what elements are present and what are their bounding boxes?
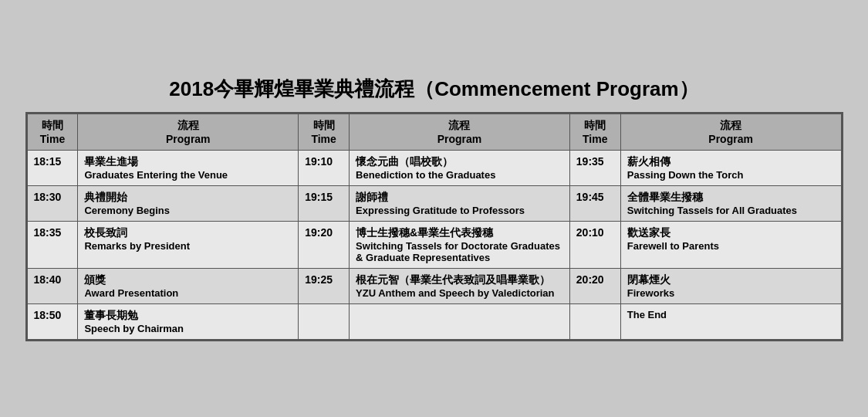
cell-r2-c0: 18:35	[27, 222, 78, 269]
table-row: 18:50董事長期勉Speech by ChairmanThe End	[27, 304, 841, 340]
cell-r4-c4	[569, 304, 620, 340]
cell-r4-c0: 18:50	[27, 304, 78, 340]
cell-r3-c3: 根在元智（畢業生代表致詞及唱畢業歌）YZU Anthem and Speech …	[350, 269, 570, 304]
header-time-1: 時間 Time	[27, 114, 78, 151]
cell-r2-c4: 20:10	[569, 222, 620, 269]
header-program-1: 流程 Program	[78, 114, 299, 151]
table-row: 18:40頒獎Award Presentation19:25根在元智（畢業生代表…	[27, 269, 841, 304]
cell-r4-c5: The End	[620, 304, 841, 340]
cell-r2-c2: 19:20	[299, 222, 350, 269]
cell-r1-c0: 18:30	[27, 186, 78, 222]
cell-r3-c2: 19:25	[299, 269, 350, 304]
header-row: 時間 Time 流程 Program 時間 Time 流程 Program 時間	[27, 114, 841, 151]
schedule-table: 時間 Time 流程 Program 時間 Time 流程 Program 時間	[25, 112, 843, 341]
cell-r3-c1: 頒獎Award Presentation	[78, 269, 299, 304]
cell-r4-c1: 董事長期勉Speech by Chairman	[78, 304, 299, 340]
cell-r3-c0: 18:40	[27, 269, 78, 304]
header-program-3: 流程 Program	[620, 114, 841, 151]
cell-r0-c2: 19:10	[299, 151, 350, 186]
header-time-3: 時間 Time	[569, 114, 620, 151]
cell-r0-c4: 19:35	[569, 151, 620, 186]
cell-r0-c1: 畢業生進場Graduates Entering the Venue	[78, 151, 299, 186]
header-program-2: 流程 Program	[350, 114, 570, 151]
table-row: 18:35校長致詞Remarks by President19:20博士生撥穗&…	[27, 222, 841, 269]
cell-r3-c4: 20:20	[569, 269, 620, 304]
cell-r4-c2	[299, 304, 350, 340]
cell-r2-c3: 博士生撥穗&畢業生代表撥穗Switching Tassels for Docto…	[350, 222, 570, 269]
cell-r1-c1: 典禮開始Ceremony Begins	[78, 186, 299, 222]
cell-r1-c5: 全體畢業生撥穗Switching Tassels for All Graduat…	[620, 186, 841, 222]
cell-r1-c2: 19:15	[299, 186, 350, 222]
cell-r2-c1: 校長致詞Remarks by President	[78, 222, 299, 269]
cell-r1-c3: 謝師禮Expressing Gratitude to Professors	[350, 186, 570, 222]
cell-r0-c3: 懷念元曲（唱校歌）Benediction to the Graduates	[350, 151, 570, 186]
cell-r4-c3	[350, 304, 570, 340]
header-time-2: 時間 Time	[299, 114, 350, 151]
cell-r3-c5: 閉幕煙火Fireworks	[620, 269, 841, 304]
table-row: 18:30典禮開始Ceremony Begins19:15謝師禮Expressi…	[27, 186, 841, 222]
table-row: 18:15畢業生進場Graduates Entering the Venue19…	[27, 151, 841, 186]
cell-r0-c5: 薪火相傳Passing Down the Torch	[620, 151, 841, 186]
page-title: 2018今畢輝煌畢業典禮流程（Commencement Program）	[169, 76, 698, 103]
cell-r2-c5: 歡送家長Farewell to Parents	[620, 222, 841, 269]
cell-r0-c0: 18:15	[27, 151, 78, 186]
cell-r1-c4: 19:45	[569, 186, 620, 222]
